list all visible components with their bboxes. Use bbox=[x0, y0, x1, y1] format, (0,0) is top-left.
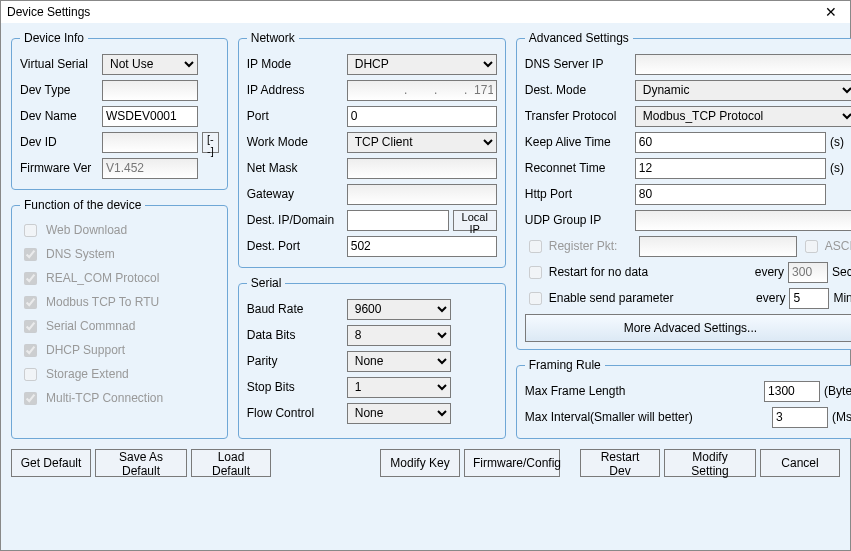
data-bits-select[interactable]: 8 bbox=[347, 325, 451, 346]
ip-mode-select[interactable]: DHCP bbox=[347, 54, 497, 75]
net-mask-label: Net Mask bbox=[247, 161, 343, 175]
functions-group: Function of the device Web DownloadDNS S… bbox=[11, 198, 228, 439]
function-label: DHCP Support bbox=[46, 343, 125, 357]
reconnect-field[interactable] bbox=[635, 158, 826, 179]
restart-nodata-checkbox[interactable] bbox=[529, 266, 542, 279]
ip-address-field bbox=[347, 80, 497, 101]
network-group: Network IP Mode DHCP IP Address Port bbox=[238, 31, 506, 268]
local-ip-button[interactable]: Local IP bbox=[453, 210, 497, 231]
register-pkt-checkbox[interactable] bbox=[529, 240, 542, 253]
modify-setting-button[interactable]: Modify Setting bbox=[664, 449, 756, 477]
firmware-config-button[interactable]: Firmware/Config bbox=[464, 449, 560, 477]
dev-id-label: Dev ID bbox=[20, 135, 98, 149]
baud-rate-select[interactable]: 9600 bbox=[347, 299, 451, 320]
function-item: REAL_COM Protocol bbox=[20, 266, 219, 290]
function-item: DHCP Support bbox=[20, 338, 219, 362]
ip-address-label: IP Address bbox=[247, 83, 343, 97]
function-checkbox[interactable] bbox=[24, 248, 37, 261]
more-advanced-button[interactable]: More Advaced Settings... bbox=[525, 314, 851, 342]
client-area: Device Info Virtual Serial Not Use Dev T… bbox=[1, 23, 850, 550]
transfer-protocol-select[interactable]: Modbus_TCP Protocol bbox=[635, 106, 851, 127]
restart-unit: Sec. bbox=[832, 265, 851, 279]
function-item: Modbus TCP To RTU bbox=[20, 290, 219, 314]
function-label: Modbus TCP To RTU bbox=[46, 295, 159, 309]
dest-ip-field[interactable] bbox=[347, 210, 449, 231]
dev-type-field bbox=[102, 80, 198, 101]
close-icon[interactable]: ✕ bbox=[818, 4, 844, 20]
cancel-button[interactable]: Cancel bbox=[760, 449, 840, 477]
framing-legend: Framing Rule bbox=[525, 358, 605, 372]
dest-mode-label: Dest. Mode bbox=[525, 83, 631, 97]
register-pkt-field bbox=[639, 236, 797, 257]
restart-dev-button[interactable]: Restart Dev bbox=[580, 449, 660, 477]
function-label: REAL_COM Protocol bbox=[46, 271, 159, 285]
data-bits-label: Data Bits bbox=[247, 328, 343, 342]
dns-ip-field bbox=[635, 54, 851, 75]
max-interval-label: Max Interval(Smaller will better) bbox=[525, 410, 768, 424]
functions-legend: Function of the device bbox=[20, 198, 145, 212]
max-interval-field[interactable] bbox=[772, 407, 828, 428]
get-default-button[interactable]: Get Default bbox=[11, 449, 91, 477]
function-item: Web Download bbox=[20, 218, 219, 242]
function-checkbox[interactable] bbox=[24, 392, 37, 405]
register-pkt-label: Register Pkt: bbox=[549, 239, 635, 253]
dev-id-button[interactable]: [--] bbox=[202, 132, 219, 153]
modify-key-button[interactable]: Modify Key bbox=[380, 449, 460, 477]
save-as-default-button[interactable]: Save As Default bbox=[95, 449, 187, 477]
send-param-label: Enable send parameter bbox=[549, 291, 752, 305]
max-frame-field[interactable] bbox=[764, 381, 820, 402]
function-item: Multi-TCP Connection bbox=[20, 386, 219, 410]
dev-id-field bbox=[102, 132, 198, 153]
keep-alive-label: Keep Alive Time bbox=[525, 135, 631, 149]
serial-group: Serial Baud Rate 9600 Data Bits 8 Parity… bbox=[238, 276, 506, 439]
function-item: Serial Commnad bbox=[20, 314, 219, 338]
flow-control-select[interactable]: None bbox=[347, 403, 451, 424]
ip-mode-label: IP Mode bbox=[247, 57, 343, 71]
function-label: Multi-TCP Connection bbox=[46, 391, 163, 405]
dest-port-field[interactable] bbox=[347, 236, 497, 257]
port-field[interactable] bbox=[347, 106, 497, 127]
function-checkbox[interactable] bbox=[24, 344, 37, 357]
udp-group-field bbox=[635, 210, 851, 231]
baud-rate-label: Baud Rate bbox=[247, 302, 343, 316]
dev-name-label: Dev Name bbox=[20, 109, 98, 123]
function-label: Storage Extend bbox=[46, 367, 129, 381]
dev-type-label: Dev Type bbox=[20, 83, 98, 97]
dev-name-field[interactable] bbox=[102, 106, 198, 127]
parity-select[interactable]: None bbox=[347, 351, 451, 372]
advanced-legend: Advanced Settings bbox=[525, 31, 633, 45]
function-checkbox[interactable] bbox=[24, 224, 37, 237]
dns-ip-label: DNS Server IP bbox=[525, 57, 631, 71]
send-param-unit: Min. bbox=[833, 291, 851, 305]
load-default-button[interactable]: Load Default bbox=[191, 449, 271, 477]
http-port-field[interactable] bbox=[635, 184, 826, 205]
network-legend: Network bbox=[247, 31, 299, 45]
titlebar: Device Settings ✕ bbox=[1, 1, 850, 23]
keep-alive-field[interactable] bbox=[635, 132, 826, 153]
function-checkbox[interactable] bbox=[24, 368, 37, 381]
max-frame-label: Max Frame Length bbox=[525, 384, 760, 398]
advanced-group: Advanced Settings DNS Server IP Dest. Mo… bbox=[516, 31, 851, 350]
function-checkbox[interactable] bbox=[24, 296, 37, 309]
virtual-serial-label: Virtual Serial bbox=[20, 57, 98, 71]
net-mask-field bbox=[347, 158, 497, 179]
send-param-checkbox[interactable] bbox=[529, 292, 542, 305]
parity-label: Parity bbox=[247, 354, 343, 368]
max-interval-unit: (Ms) bbox=[832, 410, 851, 424]
function-label: Serial Commnad bbox=[46, 319, 135, 333]
keep-alive-unit: (s) bbox=[830, 135, 851, 149]
ascii-checkbox[interactable] bbox=[805, 240, 818, 253]
function-item: Storage Extend bbox=[20, 362, 219, 386]
function-checkbox[interactable] bbox=[24, 272, 37, 285]
flow-control-label: Flow Control bbox=[247, 406, 343, 420]
function-label: Web Download bbox=[46, 223, 127, 237]
dest-mode-select[interactable]: Dynamic bbox=[635, 80, 851, 101]
framing-group: Framing Rule Max Frame Length (Byte) Max… bbox=[516, 358, 851, 439]
udp-group-label: UDP Group IP bbox=[525, 213, 631, 227]
send-param-interval-field[interactable] bbox=[789, 288, 829, 309]
work-mode-select[interactable]: TCP Client bbox=[347, 132, 497, 153]
function-checkbox[interactable] bbox=[24, 320, 37, 333]
port-label: Port bbox=[247, 109, 343, 123]
stop-bits-select[interactable]: 1 bbox=[347, 377, 451, 398]
virtual-serial-select[interactable]: Not Use bbox=[102, 54, 198, 75]
